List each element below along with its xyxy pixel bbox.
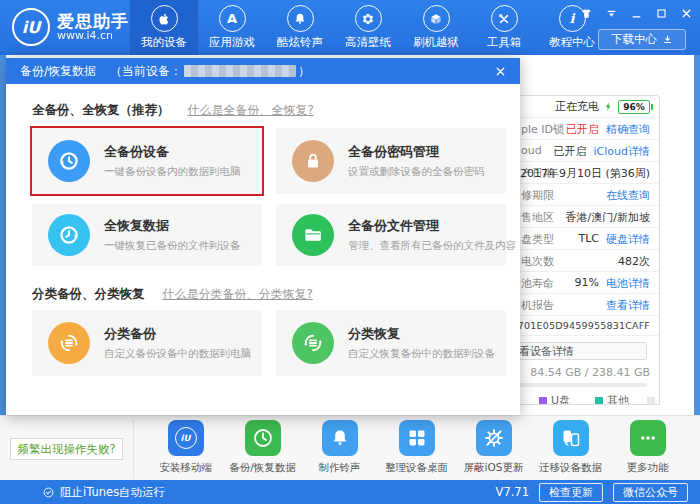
card-category-backup[interactable]: 分类备份 自定义备份设备中的数据到电脑	[32, 310, 262, 376]
legend-label: 剩余	[659, 393, 660, 405]
card-text: 全恢复数据 一键恢复已备份的文件到设备	[104, 217, 241, 253]
app-title: 爱思助手	[57, 12, 129, 31]
toolbar-label: 整理设备桌面	[385, 461, 448, 475]
tab-apps-games[interactable]: A 应用游戏	[198, 0, 266, 55]
row-value: TLC	[578, 232, 599, 247]
tab-jailbreak[interactable]: 刷机越狱	[402, 0, 470, 55]
tab-ringtones[interactable]: 酷炫铃声	[266, 0, 334, 55]
row-label: 池寿命	[521, 276, 554, 291]
legend-label: 其他	[607, 393, 629, 405]
toolbar-more-features[interactable]: 更多功能	[609, 420, 686, 475]
card-full-backup-device[interactable]: 全备份设备 一键备份设备内的数据到电脑	[32, 128, 262, 194]
grid-app-icon	[399, 420, 435, 456]
toolbar-make-ringtone[interactable]: 制作铃声	[301, 420, 378, 475]
modal-header: 备份/恢复数据 （当前设备： ）	[6, 58, 520, 84]
tab-my-devices[interactable]: 我的设备	[130, 0, 198, 55]
prevent-itunes-toggle[interactable]: 阻止iTunes自动运行	[42, 480, 165, 504]
tab-wallpapers[interactable]: 高清壁纸	[334, 0, 402, 55]
row-link[interactable]: 硬盘详情	[606, 232, 650, 247]
category-restore-icon	[292, 322, 334, 364]
tab-label: 我的设备	[141, 35, 187, 50]
more-dots-app-icon	[630, 420, 666, 456]
appstore-glyph: A	[227, 11, 237, 26]
toolbar-label: 屏蔽iOS更新	[464, 461, 524, 475]
card-desc: 一键备份设备内的数据到电脑	[104, 165, 241, 179]
appstore-icon: A	[219, 5, 246, 32]
row-value: 已开启	[566, 122, 599, 137]
card-text: 全备份密码管理 设置或删除设备的全备份密码	[348, 143, 485, 179]
row-link[interactable]: 电池详情	[606, 276, 650, 291]
modal-title: 备份/恢复数据	[20, 63, 96, 80]
bell-icon	[287, 5, 314, 32]
legend-udisk: U盘	[539, 393, 570, 405]
udisk-color-swatch	[539, 397, 547, 405]
close-window-icon[interactable]	[678, 6, 694, 20]
what-is-full-backup-link[interactable]: 什么是全备份、全恢复?	[188, 102, 314, 119]
wechat-account-button[interactable]: 微信公众号	[613, 483, 688, 502]
skin-icon[interactable]	[578, 6, 594, 20]
minimize-icon[interactable]	[628, 6, 644, 20]
toolbar-label: 制作铃声	[319, 461, 361, 475]
card-full-restore-data[interactable]: 全恢复数据 一键恢复已备份的文件到设备	[32, 204, 262, 266]
toolbar-label: 迁移设备数据	[539, 461, 602, 475]
migrate-devices-app-icon	[553, 420, 589, 456]
window-controls	[578, 6, 694, 20]
row-link[interactable]: 精确查询	[606, 122, 650, 137]
menu-chevron-icon[interactable]	[603, 6, 619, 20]
tab-label: 教程中心	[549, 35, 595, 50]
card-title: 全备份文件管理	[348, 217, 506, 235]
section-full-backup-header: 全备份、全恢复（推荐） 什么是全备份、全恢复?	[32, 102, 314, 119]
toolbar-organize-desktop[interactable]: 整理设备桌面	[378, 420, 455, 475]
tab-label: 刷机越狱	[413, 35, 459, 50]
tab-label: 应用游戏	[209, 35, 255, 50]
tab-label: 高清壁纸	[345, 35, 391, 50]
toolbar-migrate-data[interactable]: 迁移设备数据	[532, 420, 609, 475]
download-center-button[interactable]: 下载中心	[598, 29, 686, 50]
toolbar-install-mobile[interactable]: iU 安装移动端	[147, 420, 224, 475]
card-desc: 一键恢复已备份的文件到设备	[104, 239, 241, 253]
toolbar-block-ios-update[interactable]: 屏蔽iOS更新	[455, 420, 532, 475]
ringtone-bell-app-icon	[322, 420, 358, 456]
modal-close-icon[interactable]	[493, 64, 508, 79]
card-category-restore[interactable]: 分类恢复 自定义恢复备份中的数据到设备	[276, 310, 506, 376]
card-title: 分类备份	[104, 325, 251, 343]
current-device-suffix: ）	[298, 63, 310, 80]
card-title: 全恢复数据	[104, 217, 241, 235]
row-link[interactable]: 查看详情	[606, 298, 650, 313]
check-update-button[interactable]: 检查更新	[539, 483, 603, 502]
folder-icon	[292, 214, 334, 256]
app-logo: iU 爱思助手 www.i4.cn	[12, 8, 129, 46]
toolbar-label: 备份/恢复数据	[229, 461, 296, 475]
legend-other: 其他	[595, 393, 629, 405]
maximize-icon[interactable]	[653, 6, 669, 20]
i4-logo-icon: iU	[12, 8, 50, 46]
card-desc: 设置或删除设备的全备份密码	[348, 165, 485, 179]
row-link[interactable]: 在线查询	[606, 188, 650, 203]
category-backup-icon	[48, 322, 90, 364]
tab-toolbox[interactable]: 工具箱	[470, 0, 538, 55]
row-label: 电次数	[521, 254, 554, 269]
what-is-category-backup-link[interactable]: 什么是分类备份、分类恢复?	[163, 286, 313, 303]
backup-restore-modal: 备份/恢复数据 （当前设备： ） 全备份、全恢复（推荐） 什么是全备份、全恢复?…	[6, 58, 520, 415]
i4-assistant-window: iU 爱思助手 www.i4.cn 我的设备 A 应用游戏 酷炫铃声	[0, 0, 700, 504]
box-icon	[423, 5, 450, 32]
download-center-label: 下载中心	[611, 32, 657, 47]
card-desc: 自定义备份设备中的数据到电脑	[104, 347, 251, 361]
current-device-prefix: （当前设备：	[110, 63, 182, 80]
block-ios-gear-app-icon	[476, 420, 512, 456]
free-color-swatch	[647, 397, 655, 405]
battery-icon: 96%	[618, 100, 650, 114]
row-value: 91%	[575, 276, 599, 291]
toolbar-backup-restore[interactable]: 备份/恢复数据	[224, 420, 301, 475]
operation-failed-help-button[interactable]: 频繁出现操作失败?	[10, 438, 123, 460]
card-text: 分类备份 自定义备份设备中的数据到电脑	[104, 325, 251, 361]
row-label: 盘类型	[521, 232, 554, 247]
row-value: 已开启	[554, 144, 587, 159]
row-link[interactable]: iCloud详情	[594, 144, 650, 159]
card-backup-password-manage[interactable]: 全备份密码管理 设置或删除设备的全备份密码	[276, 128, 506, 194]
card-backup-file-manage[interactable]: 全备份文件管理 管理、查看所有已备份的文件及内容	[276, 204, 506, 266]
row-label: 机报告	[521, 298, 554, 313]
logo-mark: iU	[22, 18, 40, 37]
current-device: （当前设备： ）	[110, 63, 310, 80]
apple-icon	[151, 5, 178, 32]
